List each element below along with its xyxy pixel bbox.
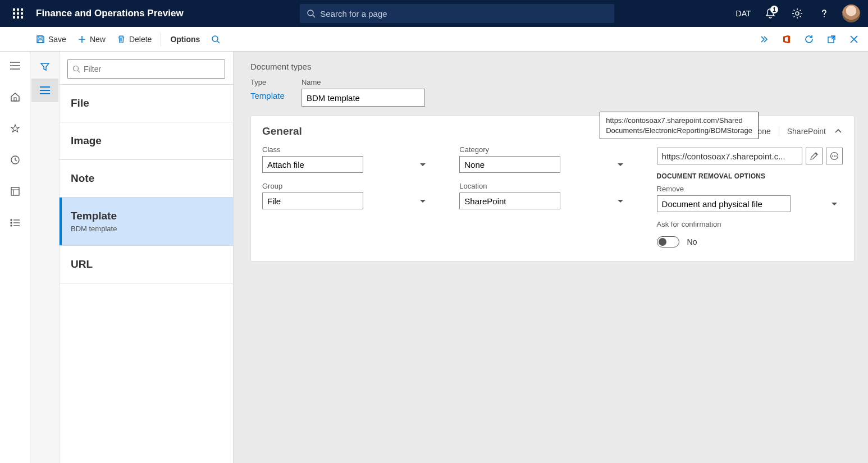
help-button[interactable] xyxy=(812,0,837,27)
svg-rect-5 xyxy=(21,12,23,15)
category-select[interactable]: None xyxy=(459,156,560,173)
more-address-button[interactable] xyxy=(826,148,843,164)
list-view-icon[interactable] xyxy=(31,79,58,102)
modules-icon[interactable] xyxy=(4,213,26,232)
edit-address-button[interactable] xyxy=(806,148,823,164)
svg-rect-4 xyxy=(17,12,19,15)
home-icon[interactable] xyxy=(4,88,26,107)
popout-button[interactable] xyxy=(823,31,840,48)
list-item-image[interactable]: Image xyxy=(60,122,233,160)
list-filter[interactable] xyxy=(67,59,225,79)
location-select[interactable]: SharePoint xyxy=(459,192,560,209)
svg-point-21 xyxy=(11,219,12,221)
chevron-up-icon[interactable] xyxy=(834,127,843,136)
search-icon xyxy=(211,35,220,44)
svg-point-29 xyxy=(835,155,837,157)
class-select[interactable]: Attach file xyxy=(262,156,363,173)
group-select[interactable]: File xyxy=(262,192,363,209)
command-bar: Save New Delete Options xyxy=(0,27,868,52)
close-button[interactable] xyxy=(846,31,862,48)
global-search[interactable] xyxy=(300,4,614,23)
favorites-icon[interactable] xyxy=(4,119,26,138)
svg-point-12 xyxy=(824,16,825,17)
filter-column xyxy=(30,52,60,463)
type-value-link[interactable]: Template xyxy=(250,89,285,103)
svg-rect-14 xyxy=(38,40,43,43)
svg-line-10 xyxy=(313,15,315,17)
name-input[interactable] xyxy=(301,89,425,107)
company-selector[interactable]: DAT xyxy=(731,0,756,27)
refresh-button[interactable] xyxy=(801,31,817,48)
svg-point-11 xyxy=(796,12,799,15)
card-link-sharepoint[interactable]: SharePoint xyxy=(787,127,826,136)
list-item-file[interactable]: File xyxy=(60,84,233,122)
settings-button[interactable] xyxy=(785,0,810,27)
svg-rect-2 xyxy=(21,8,23,11)
trash-icon xyxy=(117,35,126,44)
more-icon xyxy=(830,152,839,161)
workspaces-icon[interactable] xyxy=(4,182,26,201)
list-filter-input[interactable] xyxy=(84,65,220,74)
svg-rect-1 xyxy=(17,8,19,11)
options-button[interactable]: Options xyxy=(165,31,205,47)
svg-rect-7 xyxy=(17,16,19,19)
related-button[interactable] xyxy=(756,31,773,48)
general-card: General None SharePoint Class Attach fil… xyxy=(250,116,855,262)
location-label: Location xyxy=(459,182,628,190)
notification-badge: 1 xyxy=(770,6,778,13)
svg-rect-6 xyxy=(13,16,15,19)
type-label: Type xyxy=(250,78,285,86)
remove-label: Remove xyxy=(657,185,843,193)
confirm-toggle[interactable] xyxy=(657,236,679,247)
svg-rect-20 xyxy=(11,187,19,195)
svg-point-24 xyxy=(74,66,79,71)
save-icon xyxy=(36,35,45,44)
remove-select[interactable]: Document and physical file xyxy=(657,195,791,212)
svg-rect-0 xyxy=(13,8,15,11)
svg-point-28 xyxy=(834,155,835,157)
svg-point-9 xyxy=(308,10,313,16)
search-icon xyxy=(72,65,80,73)
svg-line-16 xyxy=(217,41,220,43)
svg-rect-18 xyxy=(14,98,16,101)
class-label: Class xyxy=(262,145,431,154)
notifications-button[interactable]: 1 xyxy=(758,0,783,27)
svg-point-22 xyxy=(11,222,12,223)
new-label: New xyxy=(90,35,106,44)
plus-icon xyxy=(77,35,86,44)
detail-panel: Document types Type Template Name Genera… xyxy=(234,52,868,463)
new-button[interactable]: New xyxy=(72,31,111,47)
hamburger-icon[interactable] xyxy=(4,56,26,75)
global-search-input[interactable] xyxy=(320,9,607,19)
app-launcher-icon[interactable] xyxy=(4,0,31,27)
list-item-template[interactable]: Template BDM template xyxy=(60,198,233,246)
save-button[interactable]: Save xyxy=(30,31,72,47)
separator xyxy=(161,33,161,46)
list-item-url[interactable]: URL xyxy=(60,246,233,283)
confirm-label: Ask for confirmation xyxy=(657,220,843,228)
group-label: Group xyxy=(262,182,431,190)
delete-label: Delete xyxy=(129,35,152,44)
search-command[interactable] xyxy=(205,31,226,47)
top-bar: Finance and Operations Preview DAT 1 xyxy=(0,0,868,27)
svg-line-25 xyxy=(78,71,80,72)
name-label: Name xyxy=(301,78,425,86)
list-item-note[interactable]: Note xyxy=(60,160,233,198)
svg-rect-3 xyxy=(13,12,15,15)
save-label: Save xyxy=(48,35,66,44)
office-button[interactable] xyxy=(778,31,795,48)
delete-button[interactable]: Delete xyxy=(111,31,157,47)
search-icon xyxy=(307,9,316,18)
funnel-filter-icon[interactable] xyxy=(31,55,58,79)
removal-header: DOCUMENT REMOVAL OPTIONS xyxy=(657,172,843,180)
svg-point-15 xyxy=(212,36,218,42)
recent-icon[interactable] xyxy=(4,150,26,169)
category-label: Category xyxy=(459,145,628,154)
svg-point-23 xyxy=(11,225,12,226)
sharepoint-address-input[interactable]: https://contosoax7.sharepoint.c... xyxy=(657,148,802,164)
sharepoint-address-tooltip: https://contosoax7.sharepoint.com/Shared… xyxy=(600,112,759,139)
user-avatar[interactable] xyxy=(842,4,860,22)
svg-rect-13 xyxy=(39,36,42,38)
card-title: General xyxy=(262,125,302,137)
list-panel: File Image Note Template BDM template UR… xyxy=(60,52,234,463)
